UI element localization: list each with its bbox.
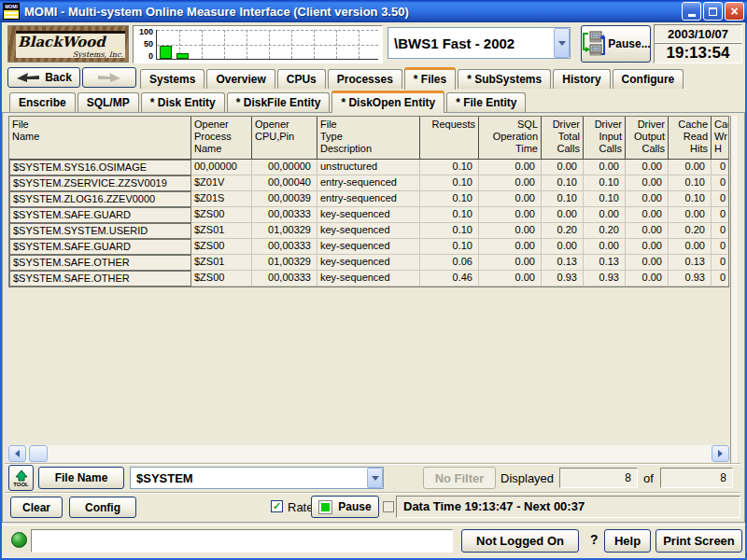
tab-processes[interactable]: Processes	[328, 69, 402, 89]
table-row[interactable]: $SYSTEM.ZLOG16.ZZEV0000$Z01S00,00039entr…	[9, 191, 729, 207]
cell-driver-total-calls: 0.10	[542, 175, 584, 191]
tool-button[interactable]: TOOL	[8, 465, 34, 491]
table-row[interactable]: $SYSTEM.SAFE.OTHER$ZS0101,00329key-seque…	[9, 255, 729, 271]
vertical-scrollbar[interactable]	[730, 116, 737, 463]
tab-overview[interactable]: Overview	[206, 69, 275, 89]
column-header-file-name[interactable]: FileName	[9, 117, 191, 159]
column-header-file-type-description[interactable]: FileTypeDescription	[317, 117, 420, 159]
of-label: of	[643, 471, 654, 485]
close-button[interactable]: ×	[725, 2, 744, 21]
not-logged-on-button[interactable]: Not Logged On	[461, 529, 579, 553]
cell-requests: 0.10	[420, 191, 479, 207]
cell-opener-cpu-pin: 01,00329	[252, 223, 317, 239]
tab-configure[interactable]: Configure	[613, 69, 684, 89]
back-arrow-icon	[16, 72, 40, 83]
scroll-right-button[interactable]	[712, 445, 729, 462]
graph-bar	[160, 46, 172, 59]
scrollbar-thumb[interactable]	[29, 445, 48, 462]
table-row[interactable]: $SYSTEM.SAFE.OTHER$ZS0000,00333key-seque…	[9, 271, 729, 287]
subtab-enscribe[interactable]: Enscribe	[9, 92, 76, 112]
graph-ylabel-100: 100	[134, 27, 153, 36]
pause-refresh-button[interactable]: Pause...	[581, 25, 651, 63]
gridline	[157, 30, 378, 31]
column-header-driver-total-calls[interactable]: DriverTotalCalls	[542, 117, 584, 159]
table-row[interactable]: $SYSTEM.SYSTEM.USERID$ZS0101,00329key-se…	[9, 223, 729, 239]
system-selector[interactable]: \BWS1 Fast - 2002	[388, 27, 571, 59]
cell-file-name[interactable]: $SYSTEM.ZSERVICE.ZZSV0019	[9, 175, 191, 191]
table-row[interactable]: $SYSTEM.SAFE.GUARD$ZS0000,00333key-seque…	[9, 207, 729, 223]
no-filter-button[interactable]: No Filter	[423, 467, 496, 489]
scroll-left-button[interactable]	[8, 445, 26, 462]
chevron-right-icon	[718, 450, 726, 457]
column-header-cache-read-hits[interactable]: CacheReadHits	[669, 117, 712, 159]
back-button[interactable]: Back	[7, 67, 80, 88]
column-header-cache-write-hits[interactable]: CacWrH	[712, 117, 729, 159]
horizontal-scrollbar[interactable]	[8, 445, 729, 462]
tab-systems[interactable]: Systems	[140, 69, 204, 89]
cell-file-type-description: key-sequenced	[317, 223, 420, 239]
graph-bar	[176, 53, 189, 59]
tool-arrow-icon	[15, 470, 28, 482]
tool-label: TOOL	[13, 482, 29, 487]
minimize-button[interactable]	[682, 2, 701, 21]
data-time-checkbox[interactable]	[383, 501, 394, 512]
diskopen-table: FileNameOpenerProcessNameOpenerCPU,PinFi…	[8, 116, 729, 287]
cell-file-name[interactable]: $SYSTEM.SAFE.OTHER	[9, 271, 191, 287]
cell-opener-cpu-pin: 00,00039	[252, 191, 317, 207]
diskopen-entity-panel: FileNameOpenerProcessNameOpenerCPU,PinFi…	[2, 112, 745, 523]
cell-opener-cpu-pin: 00,00333	[252, 207, 317, 223]
cell-cache-read-hits: 0.93	[669, 271, 712, 287]
file-name-button[interactable]: File Name	[38, 467, 124, 489]
tab-subsystems[interactable]: * SubSystems	[458, 69, 551, 89]
subtab-file-entity[interactable]: * File Entity	[446, 92, 526, 112]
tab-history[interactable]: History	[553, 69, 610, 89]
cell-driver-total-calls: 0.20	[542, 223, 584, 239]
graph-ylabel-0: 0	[134, 51, 153, 61]
column-header-opener-process-name[interactable]: OpenerProcessName	[191, 117, 252, 159]
clear-button[interactable]: Clear	[10, 497, 63, 518]
status-message-field	[31, 529, 453, 553]
rated-values-checkbox[interactable]: ✓	[271, 500, 283, 512]
cell-requests: 0.10	[420, 175, 479, 191]
gridline	[157, 45, 378, 46]
print-screen-button[interactable]: Print Screen	[655, 529, 742, 553]
cell-file-name[interactable]: $SYSTEM.ZLOG16.ZZEV0000	[9, 191, 191, 207]
pause-button[interactable]: Pause	[311, 496, 379, 518]
file-filter-dropdown-button[interactable]	[367, 468, 383, 488]
table-row[interactable]: $SYSTEM.SAFE.GUARD$ZS0000,00333key-seque…	[9, 239, 729, 255]
table-row[interactable]: $SYSTEM.ZSERVICE.ZZSV0019$Z01V00,00040en…	[9, 175, 729, 191]
cell-file-type-description: key-sequenced	[317, 271, 420, 287]
cell-opener-cpu-pin: 00,00333	[252, 239, 317, 255]
config-button[interactable]: Config	[69, 497, 136, 518]
tab-files[interactable]: * Files	[404, 67, 456, 90]
cell-file-name[interactable]: $SYSTEM.SYS16.OSIMAGE	[9, 160, 191, 175]
subtab-diskfile-entity[interactable]: * DiskFile Entity	[227, 92, 331, 112]
displayed-label: Displayed	[500, 471, 554, 485]
checkmark-icon: ✓	[273, 501, 281, 511]
cell-driver-output-calls: 0.00	[626, 271, 669, 287]
divider	[5, 463, 740, 465]
main-tabs: SystemsOverviewCPUsProcesses* Files* Sub…	[140, 67, 685, 89]
column-header-driver-input-calls[interactable]: DriverInputCalls	[584, 117, 626, 159]
system-selector-dropdown-button[interactable]	[554, 28, 570, 58]
table-row[interactable]: $SYSTEM.SYS16.OSIMAGE00,0000000,00000uns…	[9, 160, 729, 175]
file-filter-selector[interactable]: $SYSTEM	[130, 467, 384, 489]
forward-button[interactable]	[82, 67, 136, 88]
subtab-diskopen-entity[interactable]: * DiskOpen Entity	[331, 91, 444, 113]
subtab-disk-entity[interactable]: * Disk Entity	[141, 92, 225, 112]
cell-file-name[interactable]: $SYSTEM.SAFE.OTHER	[9, 255, 191, 271]
column-header-sql-operation-time[interactable]: SQLOperationTime	[479, 117, 542, 159]
cell-sql-operation-time: 0.00	[479, 255, 542, 271]
cell-file-name[interactable]: $SYSTEM.SAFE.GUARD	[9, 239, 191, 255]
column-header-opener-cpu-pin[interactable]: OpenerCPU,Pin	[252, 117, 317, 159]
subtab-sql-mp[interactable]: SQL/MP	[78, 92, 139, 112]
cell-cache-read-hits: 0.10	[669, 175, 712, 191]
cell-file-name[interactable]: $SYSTEM.SYSTEM.USERID	[9, 223, 191, 239]
column-header-driver-output-calls[interactable]: DriverOutputCalls	[626, 117, 669, 159]
cell-file-name[interactable]: $SYSTEM.SAFE.GUARD	[9, 207, 191, 223]
tab-cpus[interactable]: CPUs	[277, 69, 326, 89]
help-button[interactable]: Help	[604, 529, 651, 553]
restore-button[interactable]	[703, 2, 723, 21]
column-header-requests[interactable]: Requests	[420, 117, 479, 159]
app-icon-label: MOMI	[4, 4, 19, 10]
